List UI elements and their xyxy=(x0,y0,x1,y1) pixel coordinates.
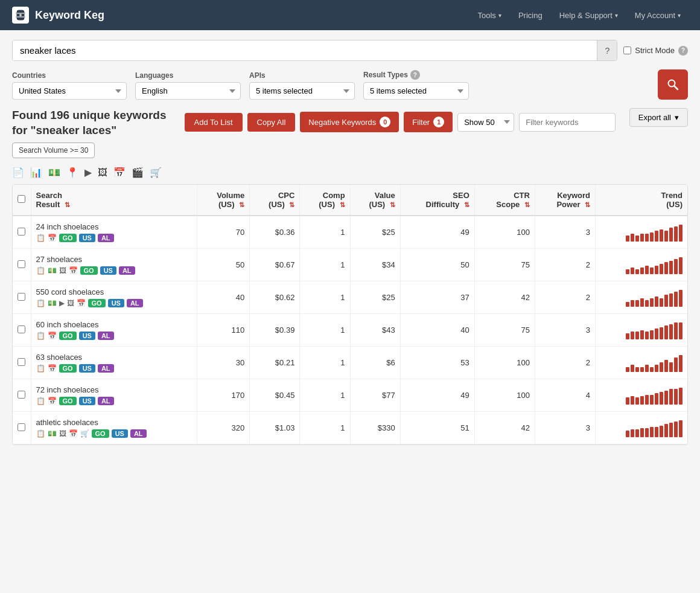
cell-comp: 1 xyxy=(300,347,350,379)
col-cpc[interactable]: CPC(US) ⇅ xyxy=(250,185,300,216)
money-glyph[interactable]: 💵 xyxy=(48,429,57,438)
nav-help[interactable]: Help & Support ▾ xyxy=(552,6,625,25)
col-volume-sort[interactable]: ⇅ xyxy=(239,201,244,209)
col-keyword-sort[interactable]: ⇅ xyxy=(65,201,70,209)
cal-glyph[interactable]: 📅 xyxy=(48,332,57,340)
tools-caret: ▾ xyxy=(498,12,501,19)
dollar-icon[interactable]: 💵 xyxy=(48,167,60,178)
result-types-select[interactable]: 5 items selected xyxy=(363,82,469,100)
col-comp-sort[interactable]: ⇅ xyxy=(340,201,345,209)
trend-bar xyxy=(640,234,644,242)
cal-glyph[interactable]: 📅 xyxy=(48,234,57,242)
col-seo[interactable]: SEODifficulty ⇅ xyxy=(400,185,474,216)
main-search-button[interactable] xyxy=(658,69,688,100)
bar-chart-icon[interactable]: 📊 xyxy=(30,167,42,178)
filter-button[interactable]: Filter 1 xyxy=(404,112,453,132)
select-all-checkbox[interactable] xyxy=(18,195,25,203)
row-checkbox-2[interactable] xyxy=(18,293,25,301)
search-input[interactable] xyxy=(13,40,597,60)
copy-glyph[interactable]: 📋 xyxy=(36,429,45,438)
filter-tag[interactable]: Search Volume >= 30 xyxy=(12,143,95,158)
show-select[interactable]: Show 50 Show 25 Show 100 xyxy=(457,113,514,132)
money-glyph[interactable]: 💵 xyxy=(48,266,57,275)
copy-glyph[interactable]: 📋 xyxy=(36,234,45,242)
navbar-brand[interactable]: Keyword Keg xyxy=(12,7,104,24)
copy-glyph[interactable]: 📋 xyxy=(36,299,45,307)
trend-bar xyxy=(650,367,654,372)
yt-glyph[interactable]: ▶ xyxy=(59,299,65,307)
cart-icon[interactable]: 🛒 xyxy=(150,167,162,178)
col-trend[interactable]: Trend(US) xyxy=(596,185,687,216)
row-checkbox-5[interactable] xyxy=(18,391,25,399)
trend-bar xyxy=(660,229,663,242)
page-icon[interactable]: 📄 xyxy=(12,167,24,178)
image-icon[interactable]: 🖼 xyxy=(98,167,107,178)
countries-label: Countries xyxy=(12,71,127,80)
copy-glyph[interactable]: 📋 xyxy=(36,364,45,373)
negative-keywords-button[interactable]: Negative Keywords 0 xyxy=(300,112,399,132)
location-icon[interactable]: 📍 xyxy=(66,167,78,178)
col-comp[interactable]: Comp(US) ⇅ xyxy=(300,185,350,216)
export-button[interactable]: Export all ▾ xyxy=(629,108,688,127)
col-value[interactable]: Value(US) ⇅ xyxy=(350,185,400,216)
video-icon[interactable]: 🎬 xyxy=(132,167,144,178)
result-types-help-icon[interactable]: ? xyxy=(410,70,420,80)
row-checkbox-1[interactable] xyxy=(18,260,25,268)
row-checkbox-0[interactable] xyxy=(18,228,25,236)
col-keyword[interactable]: SearchResult ⇅ xyxy=(31,185,197,216)
col-kwpower[interactable]: KeywordPower ⇅ xyxy=(535,185,595,216)
cell-cpc: $0.62 xyxy=(250,281,300,314)
row-checkbox-6[interactable] xyxy=(18,423,25,431)
cell-cpc: $1.03 xyxy=(250,412,300,444)
cell-comp: 1 xyxy=(300,379,350,412)
keyword-text: 550 cord shoelaces xyxy=(36,287,192,296)
copy-glyph[interactable]: 📋 xyxy=(36,332,45,340)
row-checkbox-4[interactable] xyxy=(18,358,25,366)
nav-tools[interactable]: Tools ▾ xyxy=(471,6,509,25)
img-glyph[interactable]: 🖼 xyxy=(67,299,74,307)
filter-keywords-input[interactable] xyxy=(519,113,616,132)
tag-us: US xyxy=(108,299,124,307)
col-volume[interactable]: Volume(US) ⇅ xyxy=(197,185,250,216)
cell-seo: 49 xyxy=(400,379,474,412)
nav-pricing[interactable]: Pricing xyxy=(511,6,550,25)
col-cpc-sort[interactable]: ⇅ xyxy=(289,201,294,209)
table-wrap: SearchResult ⇅ Volume(US) ⇅ CPC(US) ⇅ Co… xyxy=(12,184,688,445)
tag-al: AL xyxy=(127,299,143,307)
strict-mode-checkbox[interactable] xyxy=(623,46,631,54)
money-glyph[interactable]: 💵 xyxy=(48,299,57,307)
apis-select[interactable]: 5 items selected xyxy=(249,82,355,100)
trend-bar xyxy=(635,269,639,274)
search-help-button[interactable]: ? xyxy=(597,40,617,60)
cal-glyph[interactable]: 📅 xyxy=(48,364,57,373)
col-value-sort[interactable]: ⇅ xyxy=(390,201,395,209)
cell-volume: 30 xyxy=(197,347,250,379)
img-glyph[interactable]: 🖼 xyxy=(59,429,66,438)
countries-select[interactable]: United States xyxy=(12,82,127,100)
cal-glyph[interactable]: 📅 xyxy=(69,429,78,438)
cal-glyph[interactable]: 📅 xyxy=(48,397,57,405)
youtube-icon[interactable]: ▶ xyxy=(84,167,92,178)
col-ctr-sort[interactable]: ⇅ xyxy=(524,201,530,209)
row-checkbox-3[interactable] xyxy=(18,325,25,333)
col-seo-sort[interactable]: ⇅ xyxy=(464,201,469,209)
strict-mode-help-icon[interactable]: ? xyxy=(678,46,688,56)
nav-account[interactable]: My Account ▾ xyxy=(628,6,688,25)
cart-glyph[interactable]: 🛒 xyxy=(80,429,89,438)
trend-bar xyxy=(669,228,673,242)
trend-bar xyxy=(664,262,668,274)
trend-bar xyxy=(674,292,678,307)
col-kwpower-sort[interactable]: ⇅ xyxy=(585,201,590,209)
col-ctr[interactable]: CTRScope ⇅ xyxy=(474,185,535,216)
add-to-list-button[interactable]: Add To List xyxy=(185,113,243,132)
cal-glyph[interactable]: 📅 xyxy=(69,266,78,275)
copy-glyph[interactable]: 📋 xyxy=(36,397,45,405)
copy-glyph[interactable]: 📋 xyxy=(36,266,45,275)
languages-select[interactable]: English xyxy=(135,82,241,100)
cal-glyph[interactable]: 📅 xyxy=(77,299,86,307)
img-glyph[interactable]: 🖼 xyxy=(59,266,66,275)
cell-ctr: 42 xyxy=(474,281,535,314)
keyword-text: 24 inch shoelaces xyxy=(36,222,192,231)
calendar-icon[interactable]: 📅 xyxy=(113,167,126,178)
copy-all-button[interactable]: Copy All xyxy=(247,113,296,132)
